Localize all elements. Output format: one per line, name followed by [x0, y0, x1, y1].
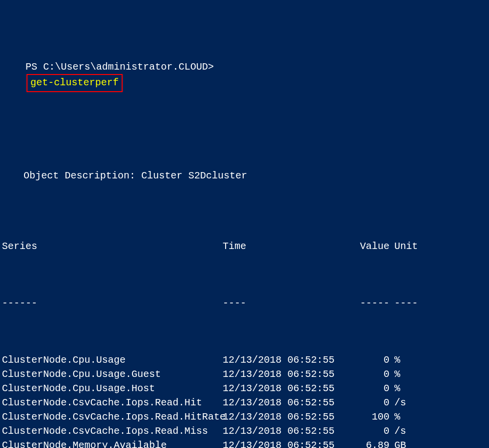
- cell-value: 0: [350, 396, 389, 410]
- cell-unit: /s: [389, 424, 419, 438]
- table-row: ClusterNode.Memory.Available12/13/2018 0…: [2, 438, 487, 448]
- cell-value: 100: [350, 410, 389, 424]
- cell-series: ClusterNode.CsvCache.Iops.Read.Hit: [2, 396, 223, 410]
- divider-unit: ----: [389, 296, 419, 310]
- table-row: ClusterNode.Cpu.Usage.Guest12/13/2018 06…: [2, 367, 487, 381]
- table-divider: ------ ---- ----- ----: [2, 296, 487, 310]
- object-description: Object Description: Cluster S2Dcluster: [2, 169, 487, 183]
- cell-value: 0: [350, 424, 389, 438]
- cell-time: 12/13/2018 06:52:55: [223, 367, 350, 381]
- divider-series: ------: [2, 296, 223, 310]
- cell-series: ClusterNode.CsvCache.Iops.Read.Miss: [2, 424, 223, 438]
- cell-time: 12/13/2018 06:52:55: [223, 410, 350, 424]
- table-row: ClusterNode.CsvCache.Iops.Read.HitRate12…: [2, 410, 487, 424]
- cell-series: ClusterNode.Cpu.Usage.Host: [2, 381, 223, 396]
- cell-value: 0: [350, 367, 389, 381]
- header-value: Value: [350, 239, 389, 253]
- command-text: get-clusterperf: [30, 77, 119, 88]
- cell-unit: %: [389, 367, 419, 381]
- table-header: Series Time Value Unit: [2, 239, 487, 253]
- prompt-line: PS C:\Users\administrator.CLOUD> get-clu…: [2, 46, 487, 106]
- cell-unit: %: [389, 381, 419, 396]
- table-body: ClusterNode.Cpu.Usage12/13/2018 06:52:55…: [2, 353, 487, 448]
- table-row: ClusterNode.CsvCache.Iops.Read.Miss12/13…: [2, 424, 487, 438]
- divider-value: -----: [350, 296, 389, 310]
- cell-unit: %: [389, 353, 419, 367]
- cell-time: 12/13/2018 06:52:55: [223, 396, 350, 410]
- command-highlight-box: get-clusterperf: [26, 74, 123, 92]
- header-unit: Unit: [389, 239, 419, 253]
- cell-series: ClusterNode.Cpu.Usage: [2, 353, 223, 367]
- cell-time: 12/13/2018 06:52:55: [223, 438, 350, 448]
- cell-time: 12/13/2018 06:52:55: [223, 424, 350, 438]
- cell-unit: /s: [389, 396, 419, 410]
- table-row: ClusterNode.CsvCache.Iops.Read.Hit12/13/…: [2, 396, 487, 410]
- cell-series: ClusterNode.CsvCache.Iops.Read.HitRate: [2, 410, 223, 424]
- header-time: Time: [223, 239, 350, 253]
- cell-time: 12/13/2018 06:52:55: [223, 381, 350, 396]
- powershell-terminal[interactable]: PS C:\Users\administrator.CLOUD> get-clu…: [0, 0, 489, 448]
- divider-time: ----: [223, 296, 350, 310]
- header-series: Series: [2, 239, 223, 253]
- cell-unit: GB: [389, 438, 419, 448]
- cell-series: ClusterNode.Memory.Available: [2, 438, 223, 448]
- cell-time: 12/13/2018 06:52:55: [223, 353, 350, 367]
- table-row: ClusterNode.Cpu.Usage.Host12/13/2018 06:…: [2, 381, 487, 396]
- cell-unit: %: [389, 410, 419, 424]
- cell-value: 6.89: [350, 438, 389, 448]
- table-row: ClusterNode.Cpu.Usage12/13/2018 06:52:55…: [2, 353, 487, 367]
- cell-series: ClusterNode.Cpu.Usage.Guest: [2, 367, 223, 381]
- prompt-text: PS C:\Users\administrator.CLOUD>: [26, 61, 214, 73]
- cell-value: 0: [350, 353, 389, 367]
- cell-value: 0: [350, 381, 389, 396]
